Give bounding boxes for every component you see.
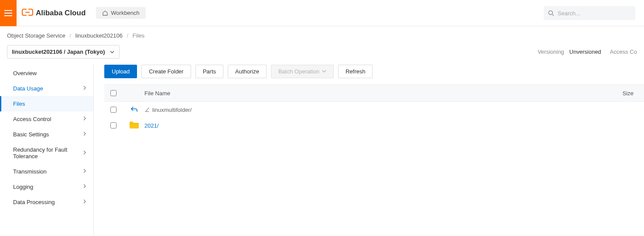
upload-button[interactable]: Upload xyxy=(104,65,137,78)
toolbar: Upload Create Folder Parts Authorize Bat… xyxy=(104,65,644,78)
breadcrumb-item-current: Files xyxy=(133,32,144,39)
row-checkbox[interactable] xyxy=(110,107,116,113)
breadcrumb-sep: / xyxy=(127,32,129,39)
path-icon: ∠ xyxy=(144,107,150,113)
subheader: linuxbucket202106 / Japan (Tokyo) Versio… xyxy=(0,42,644,63)
search-box[interactable] xyxy=(544,6,635,20)
file-name-link[interactable]: linuxmultifolder/ xyxy=(152,107,192,113)
brand-mark-icon xyxy=(22,8,33,18)
chevron-right-icon xyxy=(83,150,86,156)
chevron-right-icon xyxy=(83,199,86,205)
back-arrow-icon[interactable] xyxy=(130,106,137,114)
chevron-down-icon xyxy=(322,70,326,73)
breadcrumb-sep: / xyxy=(69,32,71,39)
chevron-down-icon xyxy=(110,50,115,54)
row-checkbox[interactable] xyxy=(110,122,116,128)
bucket-selector-label: linuxbucket202106 / Japan (Tokyo) xyxy=(12,49,105,55)
sidebar-item-transmission[interactable]: Transmission xyxy=(0,164,93,179)
sidebar-item-data-usage[interactable]: Data Usage xyxy=(0,81,93,96)
search-icon xyxy=(548,10,554,16)
access-control-link[interactable]: Access Co xyxy=(610,49,637,55)
breadcrumb: Object Storage Service / linuxbucket2021… xyxy=(0,26,644,42)
sidebar-item-data-processing[interactable]: Data Processing xyxy=(0,194,93,210)
create-folder-button[interactable]: Create Folder xyxy=(141,65,191,78)
chevron-right-icon xyxy=(83,131,86,138)
workbench-label: Workbench xyxy=(111,10,140,16)
batch-operation-label: Batch Operation xyxy=(278,68,319,75)
select-all-checkbox[interactable] xyxy=(110,90,116,96)
versioning-label: Versioning xyxy=(538,49,564,55)
sidebar-item-label: Access Control xyxy=(13,116,51,122)
home-icon xyxy=(102,10,108,16)
sidebar-item-redundancy[interactable]: Redundancy for Fault Tolerance xyxy=(0,142,93,164)
sidebar-item-label: Files xyxy=(13,101,25,107)
col-header-filename: File Name xyxy=(143,90,607,97)
topbar: Alibaba Cloud Workbench xyxy=(0,0,644,26)
versioning-status: Versioning Unversioned Access Co xyxy=(538,49,637,55)
parts-button[interactable]: Parts xyxy=(195,65,223,78)
sidebar-item-label: Data Processing xyxy=(13,199,55,205)
batch-operation-button: Batch Operation xyxy=(271,65,334,78)
sidebar-item-files[interactable]: Files xyxy=(0,96,93,111)
table-header: File Name Size xyxy=(104,84,644,102)
chevron-right-icon xyxy=(83,85,86,92)
breadcrumb-item-bucket[interactable]: linuxbucket202106 xyxy=(75,32,123,39)
breadcrumb-item-oss[interactable]: Object Storage Service xyxy=(7,32,65,39)
sidebar: Overview Data Usage Files Access Control… xyxy=(0,63,94,236)
sidebar-item-label: Redundancy for Fault Tolerance xyxy=(13,146,83,160)
svg-line-5 xyxy=(552,14,554,16)
sidebar-item-access-control[interactable]: Access Control xyxy=(0,111,93,127)
hamburger-icon xyxy=(4,10,12,16)
col-header-size: Size xyxy=(607,90,634,97)
versioning-value: Unversioned xyxy=(569,49,601,55)
body: Overview Data Usage Files Access Control… xyxy=(0,63,644,236)
search-input[interactable] xyxy=(558,10,631,17)
sidebar-item-label: Basic Settings xyxy=(13,131,49,138)
brand-logo[interactable]: Alibaba Cloud xyxy=(22,8,86,18)
table-row: ∠linuxmultifolder/ xyxy=(104,102,644,118)
table-row: 2021/ xyxy=(104,118,644,133)
chevron-right-icon xyxy=(83,168,86,175)
refresh-button[interactable]: Refresh xyxy=(338,65,373,78)
sidebar-item-basic-settings[interactable]: Basic Settings xyxy=(0,127,93,142)
hamburger-menu-button[interactable] xyxy=(0,0,17,26)
chevron-right-icon xyxy=(83,116,86,122)
main-panel: Upload Create Folder Parts Authorize Bat… xyxy=(94,63,644,236)
bucket-selector[interactable]: linuxbucket202106 / Japan (Tokyo) xyxy=(7,45,120,59)
brand-name: Alibaba Cloud xyxy=(36,9,86,17)
authorize-button[interactable]: Authorize xyxy=(228,65,267,78)
svg-point-4 xyxy=(549,11,553,15)
chevron-right-icon xyxy=(83,184,86,190)
sidebar-item-overview[interactable]: Overview xyxy=(0,66,93,81)
sidebar-item-label: Overview xyxy=(13,70,37,76)
sidebar-item-logging[interactable]: Logging xyxy=(0,179,93,194)
sidebar-item-label: Logging xyxy=(13,184,33,190)
folder-icon xyxy=(129,121,139,130)
sidebar-item-label: Data Usage xyxy=(13,85,43,92)
file-name-link[interactable]: 2021/ xyxy=(144,122,159,129)
sidebar-item-label: Transmission xyxy=(13,168,47,175)
workbench-button[interactable]: Workbench xyxy=(96,7,146,19)
